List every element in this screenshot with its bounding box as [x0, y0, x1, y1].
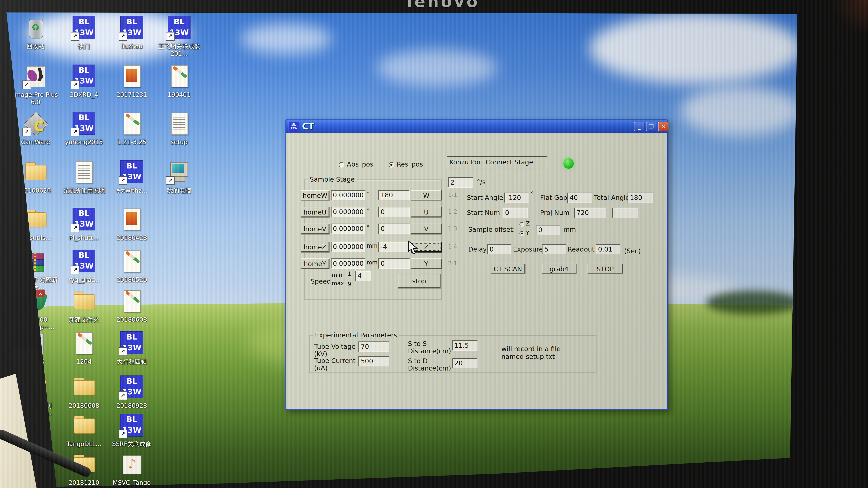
- desktop-icon[interactable]: BL13W↗ 王飞翔关联成像201...: [155, 16, 203, 58]
- desktop-icon[interactable]: BL13W↗ 快门: [60, 16, 108, 50]
- shortcut-arrow-badge: ↗: [119, 430, 127, 438]
- desktop-icon[interactable]: BL13W↗ SSRF关联成像: [107, 414, 156, 448]
- desktop-icon[interactable]: TangoDLL...: [60, 414, 108, 448]
- target-input-Y[interactable]: 0: [378, 258, 410, 269]
- desktop-icon[interactable]: ↗ Image-Pro Plus 6.0: [11, 65, 60, 106]
- offset-y-radio[interactable]: [520, 231, 524, 236]
- stop-motion-button[interactable]: stop: [398, 274, 440, 288]
- desktop-icon[interactable]: BL13W↗ 3DXRD_4: [60, 65, 108, 99]
- window-app-icon: BL 13W: [289, 122, 299, 132]
- desktop-icon-label: 新建文件夹: [60, 316, 108, 323]
- stop-scan-button[interactable]: STOP: [588, 264, 623, 273]
- desktop-icon-label: 大行程四轴: [107, 358, 156, 365]
- desktop-icon[interactable]: 190401: [155, 65, 203, 99]
- desktop-icon[interactable]: ♻ 回收站: [11, 16, 60, 50]
- home-U-button[interactable]: homeU: [301, 207, 329, 217]
- desktop-icon-label: mdsutils...: [11, 234, 60, 241]
- axis-index-label: 1-4: [448, 243, 457, 250]
- desktop-icon[interactable]: 连续判断 对应新转台...: [11, 250, 60, 291]
- offset-value-input[interactable]: 0: [536, 225, 560, 235]
- desktop-icon[interactable]: ♪ MSVC_Tango: [107, 453, 156, 487]
- axis-index-label: 1-2: [448, 208, 457, 215]
- desktop-icon[interactable]: 1.21-3.25: [107, 112, 156, 146]
- maximize-button[interactable]: ❐: [646, 122, 656, 131]
- total-angle-input[interactable]: 180: [627, 193, 653, 203]
- sts-input[interactable]: 11.5: [452, 340, 477, 351]
- desktop-icon[interactable]: 20180428: [107, 208, 156, 241]
- desktop-icon[interactable]: BL13W↗ PI_shutt...: [60, 208, 108, 241]
- flat-gap-input[interactable]: 40: [567, 193, 592, 203]
- desktop-icon[interactable]: BL13W↗ 大行程四轴: [107, 331, 156, 365]
- desktop-icon-label: RSC200 NewStep~...: [11, 316, 60, 331]
- desktop-icon[interactable]: 1204: [60, 331, 108, 365]
- readout-input[interactable]: 0.01: [596, 244, 620, 254]
- start-num-input[interactable]: 0: [503, 208, 528, 218]
- desktop-icon[interactable]: BL13W↗ ryq_grat...: [60, 250, 108, 284]
- speed-input[interactable]: 4: [355, 271, 371, 281]
- offset-z-radio[interactable]: [520, 222, 524, 227]
- position-display-Y: 0.000000: [331, 258, 365, 269]
- proj-num-input[interactable]: 720: [574, 208, 606, 218]
- connection-status-led: [563, 158, 574, 169]
- std-input[interactable]: 20: [452, 358, 477, 368]
- desktop-icon[interactable]: 20180608: [60, 376, 108, 410]
- desktop-icon-label: 我的电脑: [155, 187, 203, 194]
- desktop-icon[interactable]: C↗ CamWare: [11, 112, 60, 146]
- target-input-Z[interactable]: -4: [378, 241, 410, 252]
- close-button[interactable]: ✕: [658, 122, 669, 131]
- move-V-button[interactable]: V: [411, 224, 442, 234]
- res-pos-radio[interactable]: [389, 162, 394, 168]
- speed-label: Speed: [311, 278, 331, 285]
- desktop-icon-label: TangoDLL...: [60, 441, 108, 448]
- desktop-icon[interactable]: BL13W↗ 20180928: [107, 376, 156, 410]
- desktop-icon[interactable]: BL13W↗ yuhong2015: [60, 112, 108, 146]
- desktop-icon[interactable]: 新建文件夹: [60, 289, 108, 323]
- record-note-line2: named setup.txt: [501, 353, 555, 360]
- abs-pos-radio[interactable]: [339, 162, 344, 168]
- start-angle-input[interactable]: -120: [504, 193, 528, 203]
- desktop-icon[interactable]: ↗ 我的电脑: [155, 160, 203, 194]
- move-U-button[interactable]: U: [411, 207, 442, 217]
- exposure-label: Exposure: [513, 246, 543, 253]
- target-input-V[interactable]: 0: [378, 224, 410, 234]
- target-input-W[interactable]: 180: [378, 190, 410, 200]
- rot-speed-input[interactable]: 2: [448, 177, 473, 188]
- desktop-icon[interactable]: BL13W↗ estwithz...: [107, 160, 156, 194]
- minimize-button[interactable]: _: [634, 122, 644, 131]
- desktop-icon[interactable]: 20180520: [107, 250, 156, 284]
- rot-speed-unit: °/s: [477, 178, 486, 186]
- desktop-icon-label: 190401: [155, 91, 203, 99]
- grab4-button[interactable]: grab4: [542, 264, 576, 273]
- kohzu-connect-button[interactable]: Kohzu Port Connect Stage: [447, 156, 548, 169]
- desktop-icon[interactable]: 20171231: [107, 65, 156, 99]
- desktop-icon[interactable]: BL13W↗ liuzhou: [107, 16, 156, 50]
- home-V-button[interactable]: homeV: [301, 224, 329, 234]
- ct-scan-button[interactable]: CT SCAN: [491, 264, 525, 273]
- desktop-icon[interactable]: 20180608: [107, 289, 156, 323]
- move-W-button[interactable]: W: [411, 190, 442, 200]
- desktop-icon[interactable]: ∞↗ RSC200 NewStep~...: [11, 289, 60, 331]
- exposure-input[interactable]: 5: [542, 244, 566, 254]
- position-display-Z: 0.000000: [331, 241, 365, 252]
- desktop-icon-label: yuhong2015: [60, 138, 108, 146]
- home-Z-button[interactable]: homeZ: [301, 241, 329, 252]
- desktop-icon-label: PI_shutt...: [60, 234, 108, 241]
- tube-voltage-input[interactable]: 70: [359, 341, 389, 352]
- speed-max-label: max: [332, 280, 344, 287]
- tube-current-input[interactable]: 500: [359, 356, 389, 366]
- unit-label-Y: mm: [367, 259, 378, 266]
- desktop-icon[interactable]: 20160620: [11, 160, 60, 194]
- desktop-icon[interactable]: setup: [155, 112, 203, 146]
- desktop-icon-label: 20160620: [11, 187, 60, 194]
- home-Y-button[interactable]: homeY: [301, 258, 329, 269]
- move-Y-button[interactable]: Y: [411, 258, 442, 269]
- start-num-label: Start Num: [467, 209, 500, 217]
- extra-num-input[interactable]: [612, 208, 638, 218]
- delay-input[interactable]: 0: [487, 244, 511, 254]
- desktop-icon[interactable]: mdsutils...: [11, 208, 60, 241]
- ct-window-titlebar[interactable]: BL 13W CT _ ❐ ✕: [286, 120, 668, 133]
- home-W-button[interactable]: homeW: [301, 190, 329, 200]
- desktop-icon[interactable]: 光机所使用说明: [60, 160, 108, 194]
- offset-z-label: Z: [526, 220, 530, 227]
- target-input-U[interactable]: 0: [378, 207, 410, 217]
